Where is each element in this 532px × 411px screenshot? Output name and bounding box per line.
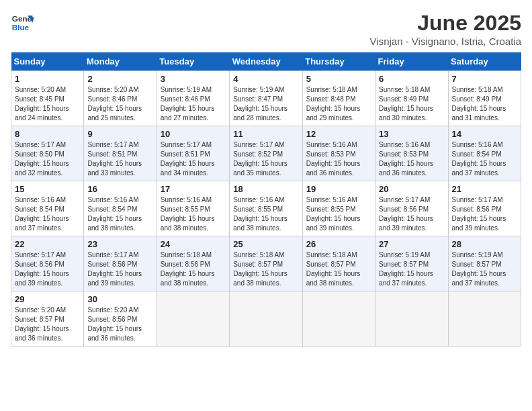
day-info: Sunrise: 5:18 AM Sunset: 8:49 PM Dayligh…: [452, 85, 517, 123]
day-number: 16: [87, 184, 152, 194]
day-info: Sunrise: 5:20 AM Sunset: 8:45 PM Dayligh…: [15, 85, 80, 123]
calendar-cell: 15Sunrise: 5:16 AM Sunset: 8:54 PM Dayli…: [11, 181, 84, 236]
day-number: 13: [379, 129, 444, 139]
calendar-cell: 22Sunrise: 5:17 AM Sunset: 8:56 PM Dayli…: [11, 236, 84, 291]
title-area: June 2025 Visnjan - Visignano, Istria, C…: [370, 11, 521, 47]
day-number: 15: [15, 184, 80, 194]
logo: General Blue: [11, 11, 35, 35]
day-number: 5: [306, 74, 371, 84]
calendar-cell: 12Sunrise: 5:16 AM Sunset: 8:53 PM Dayli…: [302, 126, 375, 181]
calendar-cell: 25Sunrise: 5:18 AM Sunset: 8:57 PM Dayli…: [230, 236, 302, 291]
day-info: Sunrise: 5:17 AM Sunset: 8:52 PM Dayligh…: [233, 140, 298, 178]
calendar-cell: 11Sunrise: 5:17 AM Sunset: 8:52 PM Dayli…: [230, 126, 302, 181]
calendar-cell: 17Sunrise: 5:16 AM Sunset: 8:55 PM Dayli…: [157, 181, 229, 236]
day-info: Sunrise: 5:20 AM Sunset: 8:46 PM Dayligh…: [87, 85, 152, 123]
header-day-saturday: Saturday: [448, 52, 521, 71]
calendar-cell: 8Sunrise: 5:17 AM Sunset: 8:50 PM Daylig…: [11, 126, 84, 181]
calendar-header: SundayMondayTuesdayWednesdayThursdayFrid…: [11, 52, 521, 71]
calendar-cell: [375, 291, 448, 347]
logo-icon: General Blue: [11, 11, 35, 35]
calendar-title: June 2025: [370, 11, 521, 36]
day-info: Sunrise: 5:16 AM Sunset: 8:54 PM Dayligh…: [452, 140, 517, 178]
day-info: Sunrise: 5:17 AM Sunset: 8:51 PM Dayligh…: [161, 140, 226, 178]
day-info: Sunrise: 5:19 AM Sunset: 8:57 PM Dayligh…: [379, 250, 444, 288]
day-number: 19: [306, 184, 371, 194]
header-row: SundayMondayTuesdayWednesdayThursdayFrid…: [11, 52, 521, 71]
day-info: Sunrise: 5:16 AM Sunset: 8:53 PM Dayligh…: [306, 140, 371, 178]
day-info: Sunrise: 5:19 AM Sunset: 8:46 PM Dayligh…: [161, 85, 226, 123]
day-info: Sunrise: 5:17 AM Sunset: 8:56 PM Dayligh…: [87, 250, 152, 288]
day-info: Sunrise: 5:18 AM Sunset: 8:56 PM Dayligh…: [161, 250, 226, 288]
calendar-cell: 14Sunrise: 5:16 AM Sunset: 8:54 PM Dayli…: [448, 126, 521, 181]
calendar-cell: [302, 291, 375, 347]
day-number: 21: [452, 184, 517, 194]
calendar-cell: 16Sunrise: 5:16 AM Sunset: 8:54 PM Dayli…: [84, 181, 157, 236]
calendar-cell: 4Sunrise: 5:19 AM Sunset: 8:47 PM Daylig…: [230, 71, 302, 126]
calendar-cell: 13Sunrise: 5:16 AM Sunset: 8:53 PM Dayli…: [375, 126, 448, 181]
day-info: Sunrise: 5:17 AM Sunset: 8:56 PM Dayligh…: [452, 195, 517, 233]
day-number: 20: [379, 184, 444, 194]
week-row-4: 22Sunrise: 5:17 AM Sunset: 8:56 PM Dayli…: [11, 236, 521, 291]
week-row-1: 1Sunrise: 5:20 AM Sunset: 8:45 PM Daylig…: [11, 71, 521, 126]
calendar-cell: 20Sunrise: 5:17 AM Sunset: 8:56 PM Dayli…: [375, 181, 448, 236]
week-row-5: 29Sunrise: 5:20 AM Sunset: 8:57 PM Dayli…: [11, 291, 521, 347]
header-day-monday: Monday: [84, 52, 157, 71]
calendar-cell: 21Sunrise: 5:17 AM Sunset: 8:56 PM Dayli…: [448, 181, 521, 236]
day-number: 1: [15, 74, 80, 84]
day-info: Sunrise: 5:17 AM Sunset: 8:56 PM Dayligh…: [15, 250, 80, 288]
day-info: Sunrise: 5:16 AM Sunset: 8:55 PM Dayligh…: [306, 195, 371, 233]
day-number: 30: [87, 294, 152, 304]
calendar-cell: 6Sunrise: 5:18 AM Sunset: 8:49 PM Daylig…: [375, 71, 448, 126]
day-number: 18: [233, 184, 298, 194]
day-info: Sunrise: 5:17 AM Sunset: 8:51 PM Dayligh…: [87, 140, 152, 178]
day-info: Sunrise: 5:17 AM Sunset: 8:56 PM Dayligh…: [379, 195, 444, 233]
calendar-cell: 5Sunrise: 5:18 AM Sunset: 8:48 PM Daylig…: [302, 71, 375, 126]
day-number: 17: [161, 184, 226, 194]
day-number: 2: [87, 74, 152, 84]
header-day-sunday: Sunday: [11, 52, 84, 71]
day-number: 27: [379, 239, 444, 249]
day-info: Sunrise: 5:17 AM Sunset: 8:50 PM Dayligh…: [15, 140, 80, 178]
header-day-tuesday: Tuesday: [157, 52, 229, 71]
week-row-3: 15Sunrise: 5:16 AM Sunset: 8:54 PM Dayli…: [11, 181, 521, 236]
day-number: 10: [161, 129, 226, 139]
header-day-friday: Friday: [375, 52, 448, 71]
calendar-cell: 28Sunrise: 5:19 AM Sunset: 8:57 PM Dayli…: [448, 236, 521, 291]
calendar-cell: 26Sunrise: 5:18 AM Sunset: 8:57 PM Dayli…: [302, 236, 375, 291]
calendar-cell: 24Sunrise: 5:18 AM Sunset: 8:56 PM Dayli…: [157, 236, 229, 291]
day-info: Sunrise: 5:18 AM Sunset: 8:57 PM Dayligh…: [306, 250, 371, 288]
calendar-cell: 19Sunrise: 5:16 AM Sunset: 8:55 PM Dayli…: [302, 181, 375, 236]
day-number: 12: [306, 129, 371, 139]
day-number: 25: [233, 239, 298, 249]
day-number: 14: [452, 129, 517, 139]
day-info: Sunrise: 5:20 AM Sunset: 8:56 PM Dayligh…: [87, 306, 152, 343]
calendar-table: SundayMondayTuesdayWednesdayThursdayFrid…: [11, 52, 521, 347]
day-info: Sunrise: 5:16 AM Sunset: 8:55 PM Dayligh…: [233, 195, 298, 233]
calendar-cell: [230, 291, 302, 347]
calendar-cell: [157, 291, 229, 347]
day-number: 8: [15, 129, 80, 139]
calendar-cell: [448, 291, 521, 347]
day-number: 24: [161, 239, 226, 249]
day-info: Sunrise: 5:16 AM Sunset: 8:54 PM Dayligh…: [15, 195, 80, 233]
calendar-body: 1Sunrise: 5:20 AM Sunset: 8:45 PM Daylig…: [11, 71, 521, 347]
day-info: Sunrise: 5:19 AM Sunset: 8:57 PM Dayligh…: [452, 250, 517, 288]
calendar-cell: 2Sunrise: 5:20 AM Sunset: 8:46 PM Daylig…: [84, 71, 157, 126]
week-row-2: 8Sunrise: 5:17 AM Sunset: 8:50 PM Daylig…: [11, 126, 521, 181]
day-number: 6: [379, 74, 444, 84]
day-info: Sunrise: 5:16 AM Sunset: 8:55 PM Dayligh…: [161, 195, 226, 233]
day-number: 11: [233, 129, 298, 139]
calendar-cell: 10Sunrise: 5:17 AM Sunset: 8:51 PM Dayli…: [157, 126, 229, 181]
day-number: 28: [452, 239, 517, 249]
calendar-cell: 9Sunrise: 5:17 AM Sunset: 8:51 PM Daylig…: [84, 126, 157, 181]
day-info: Sunrise: 5:18 AM Sunset: 8:57 PM Dayligh…: [233, 250, 298, 288]
calendar-cell: 1Sunrise: 5:20 AM Sunset: 8:45 PM Daylig…: [11, 71, 84, 126]
day-info: Sunrise: 5:18 AM Sunset: 8:48 PM Dayligh…: [306, 85, 371, 123]
day-info: Sunrise: 5:18 AM Sunset: 8:49 PM Dayligh…: [379, 85, 444, 123]
day-number: 29: [15, 294, 80, 304]
calendar-cell: 30Sunrise: 5:20 AM Sunset: 8:56 PM Dayli…: [84, 291, 157, 347]
calendar-cell: 23Sunrise: 5:17 AM Sunset: 8:56 PM Dayli…: [84, 236, 157, 291]
calendar-subtitle: Visnjan - Visignano, Istria, Croatia: [370, 36, 521, 47]
day-number: 22: [15, 239, 80, 249]
day-number: 4: [233, 74, 298, 84]
